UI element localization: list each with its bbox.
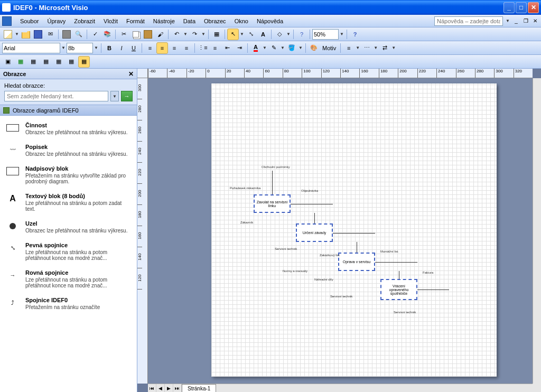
idef-label[interactable]: Servisní technik — [394, 311, 416, 314]
view-5[interactable]: ▦ — [53, 56, 64, 68]
view-7[interactable]: ▦ — [78, 56, 90, 68]
theme-label[interactable]: Motiv — [320, 45, 338, 51]
save-button[interactable] — [32, 29, 44, 40]
idef-activity-box[interactable]: Oprava v servisu — [338, 253, 375, 271]
view-4[interactable]: ▦ — [40, 56, 52, 68]
menu-format[interactable]: Formát — [122, 17, 149, 25]
menu-tools[interactable]: Nástroje — [149, 17, 179, 25]
connector-tool[interactable]: ⤡ — [245, 29, 257, 40]
idef-label[interactable]: Objednávka — [301, 189, 318, 192]
shape-list[interactable]: ČinnostObrazec lze přetáhnout na stránku… — [0, 116, 137, 392]
help-search-input[interactable] — [434, 16, 503, 26]
idef-activity-box[interactable]: Určení závady — [296, 223, 333, 242]
shape-title-block[interactable]: Nadpisový blokPřetažením na stránku vytv… — [2, 161, 135, 189]
close-button[interactable]: ✕ — [528, 2, 539, 13]
shape-idef0-connector[interactable]: ⤴ Spojnice IDEF0Přetažením na stránku oz… — [2, 293, 135, 314]
vertical-ruler[interactable]: 300280260240220200180160140120 — [137, 78, 148, 384]
next-page-button[interactable]: ▶ — [165, 384, 173, 392]
align-justify-button[interactable]: ≡ — [181, 42, 192, 54]
align-left-button[interactable]: ≡ — [144, 42, 156, 54]
menu-file[interactable]: Soubor — [16, 17, 43, 25]
shape-node[interactable]: UzelObrazec lze přetáhnout na stránku vý… — [2, 216, 135, 238]
shape-label[interactable]: 〰 PopisekObrazec lze přetáhnout na strán… — [2, 139, 135, 161]
bullets-button[interactable]: ⋮≡ — [197, 42, 209, 54]
mdi-minimize[interactable]: _ — [512, 17, 520, 25]
line-pattern-button[interactable]: ⋯ — [361, 42, 372, 54]
redo-button[interactable]: ↷ — [189, 29, 200, 40]
shape-solid-connector[interactable]: ⤡ Pevná spojniceLze přetáhnout na stránk… — [2, 238, 135, 265]
shape-straight-connector[interactable]: → Rovná spojniceLze přetáhnout na stránk… — [2, 265, 135, 293]
horizontal-ruler[interactable]: -60-40-200204060801001201401601802002202… — [148, 69, 533, 78]
connector-line[interactable] — [333, 233, 375, 234]
font-name-input[interactable] — [2, 43, 60, 53]
new-button[interactable] — [2, 29, 14, 40]
undo-dropdown[interactable]: ▼ — [183, 32, 188, 36]
shape-activity[interactable]: ČinnostObrazec lze přetáhnout na stránku… — [2, 118, 135, 139]
vertical-scrollbar[interactable] — [533, 78, 541, 384]
idef-label[interactable]: Zakázkový list — [320, 254, 340, 257]
idef-activity-box[interactable]: Vrácení opraveného spotřebiče — [380, 279, 417, 300]
idef-activity-box[interactable]: Zavolat na servisní linku — [254, 194, 291, 213]
ruler-corner[interactable] — [137, 69, 148, 78]
first-page-button[interactable]: ⏮ — [148, 384, 156, 392]
menu-shape[interactable]: Obrazec — [200, 17, 230, 25]
view-1[interactable]: ▣ — [2, 56, 14, 68]
shape-text-block[interactable]: A Textový blok (8 bodů)Lze přetáhnout na… — [2, 189, 135, 216]
font-size-dropdown[interactable]: ▼ — [94, 45, 99, 50]
connector-line[interactable] — [291, 204, 333, 204]
canvas-viewport[interactable]: Zavolat na servisní linkuUrčení závadyOp… — [148, 78, 533, 384]
menu-data[interactable]: Data — [179, 17, 200, 25]
menu-help[interactable]: Nápověda — [253, 17, 287, 25]
mdi-close[interactable]: ✕ — [531, 17, 539, 25]
idef-label[interactable]: Faktura — [423, 271, 433, 274]
menu-window[interactable]: Okno — [230, 17, 253, 25]
bold-button[interactable]: B — [104, 42, 115, 54]
help-icon-button[interactable]: ? — [349, 29, 361, 40]
maximize-button[interactable]: □ — [516, 2, 527, 13]
line-ends-button[interactable]: ⇄ — [379, 42, 390, 54]
open-button[interactable] — [20, 29, 32, 40]
font-color-dropdown[interactable]: ▼ — [262, 45, 267, 50]
align-right-button[interactable]: ≡ — [169, 42, 180, 54]
menu-edit[interactable]: Úpravy — [43, 17, 70, 25]
line-ends-dropdown[interactable]: ▼ — [391, 45, 396, 50]
idef-label[interactable]: Montážní list — [380, 250, 398, 253]
horizontal-scrollbar[interactable] — [216, 384, 533, 392]
idef-label[interactable]: Zákazník — [240, 221, 253, 224]
shapes-button[interactable]: ▦ — [211, 29, 222, 40]
prev-page-button[interactable]: ◀ — [156, 384, 165, 392]
italic-button[interactable]: I — [116, 42, 127, 54]
view-2[interactable]: ▦ — [15, 56, 26, 68]
mdi-restore[interactable]: ❐ — [522, 17, 529, 25]
shapes-search-input[interactable] — [4, 91, 108, 101]
new-dropdown[interactable]: ▼ — [14, 32, 20, 36]
connector-line[interactable] — [314, 213, 315, 223]
search-go-button[interactable]: → — [121, 91, 133, 101]
copy-button[interactable] — [130, 29, 142, 40]
line-color-dropdown[interactable]: ▼ — [280, 45, 285, 50]
underline-button[interactable]: U — [128, 42, 139, 54]
search-dropdown[interactable]: ▼ — [110, 91, 119, 101]
print-preview-button[interactable]: 🔍 — [73, 29, 85, 40]
font-color-button[interactable]: A — [250, 42, 262, 54]
connector-line[interactable] — [272, 171, 273, 194]
format-painter-button[interactable]: 🖌 — [154, 29, 166, 40]
idef-label[interactable]: Normy a manuály — [283, 269, 307, 273]
zoom-input[interactable] — [312, 29, 339, 40]
visio-icon[interactable] — [2, 16, 12, 26]
email-button[interactable]: ✉ — [44, 29, 56, 40]
idef-label[interactable]: Obchodní podmínky — [262, 165, 290, 169]
theme-button[interactable]: 🎨 — [308, 42, 320, 54]
align-center-button[interactable]: ≡ — [156, 42, 168, 54]
increase-indent-button[interactable]: ⇥ — [234, 42, 245, 54]
menu-view[interactable]: Zobrazit — [70, 17, 99, 25]
line-weight-button[interactable]: ≡ — [343, 42, 355, 54]
research-button[interactable]: 📚 — [101, 29, 113, 40]
view-6[interactable]: ▦ — [66, 56, 77, 68]
line-color-button[interactable]: ✎ — [268, 42, 279, 54]
fill-color-button[interactable]: 🪣 — [286, 42, 297, 54]
connector-line[interactable] — [375, 262, 417, 263]
minimize-button[interactable]: _ — [503, 2, 515, 13]
idef-label[interactable]: Servisní technik — [275, 247, 297, 250]
view-3[interactable]: ▦ — [27, 56, 39, 68]
